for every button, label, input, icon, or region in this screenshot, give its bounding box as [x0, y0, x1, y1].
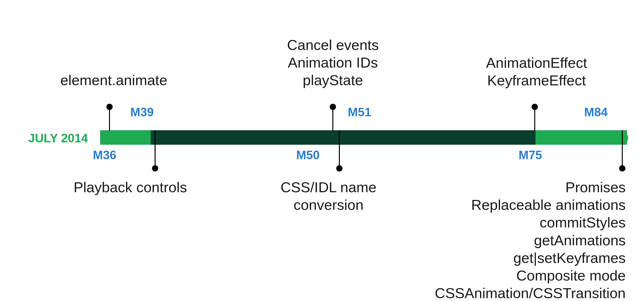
event-m75: AnimationEffect KeyframeEffect — [486, 54, 587, 89]
stem-m51 — [332, 106, 333, 131]
dot-m39 — [152, 165, 158, 172]
milestone-m39: M39 — [130, 105, 154, 119]
milestone-m36: M36 — [93, 148, 116, 162]
event-m51-line-0: Cancel events — [287, 37, 379, 53]
timeline-start-label: JULY 2014 — [28, 131, 88, 145]
dot-m84 — [619, 165, 626, 172]
event-m36: element.animate — [60, 72, 168, 89]
milestone-m51: M51 — [348, 105, 371, 119]
event-m50: CSS/IDL name conversion — [280, 178, 376, 214]
milestone-m50: M50 — [296, 148, 320, 162]
dot-m75 — [532, 104, 538, 110]
event-m51-line-1: Animation IDs — [288, 54, 378, 71]
stem-m75 — [534, 106, 535, 131]
event-m39-line-0: Playback controls — [74, 179, 187, 195]
milestone-m75: M75 — [518, 148, 542, 162]
event-m84-line-1: Replaceable animations — [471, 197, 626, 213]
stem-m36 — [109, 106, 110, 131]
timeline-diagram: JULY 2014 JULY 2020 M36 element.animate … — [0, 0, 644, 301]
event-m84-line-0: Promises — [565, 179, 626, 195]
event-m84: Promises Replaceable animations commitSt… — [435, 178, 626, 301]
event-m51-line-2: playState — [303, 72, 363, 88]
timeline-bar-span — [151, 130, 536, 145]
stem-m50 — [339, 130, 340, 168]
timeline-end-label: JULY 2020 — [569, 131, 628, 145]
event-m51: Cancel events Animation IDs playState — [287, 36, 379, 89]
event-m39: Playback controls — [74, 178, 187, 196]
event-m84-line-6: CSSAnimation/CSSTransition — [435, 285, 626, 301]
event-m75-line-0: AnimationEffect — [486, 55, 587, 71]
event-m50-line-0: CSS/IDL name — [280, 179, 376, 195]
event-m84-line-3: getAnimations — [534, 232, 626, 248]
event-m36-line-0: element.animate — [60, 72, 168, 88]
dot-m50 — [336, 165, 342, 172]
dot-m51 — [330, 104, 336, 110]
dot-m36 — [106, 104, 113, 110]
stem-m39 — [154, 130, 156, 168]
event-m50-line-1: conversion — [294, 197, 364, 213]
event-m84-line-4: get|setKeyframes — [513, 250, 626, 266]
event-m84-line-5: Composite mode — [516, 268, 626, 284]
event-m75-line-1: KeyframeEffect — [487, 72, 586, 88]
stem-m84 — [622, 130, 623, 168]
milestone-m84: M84 — [584, 105, 608, 119]
event-m84-line-2: commitStyles — [540, 214, 626, 230]
